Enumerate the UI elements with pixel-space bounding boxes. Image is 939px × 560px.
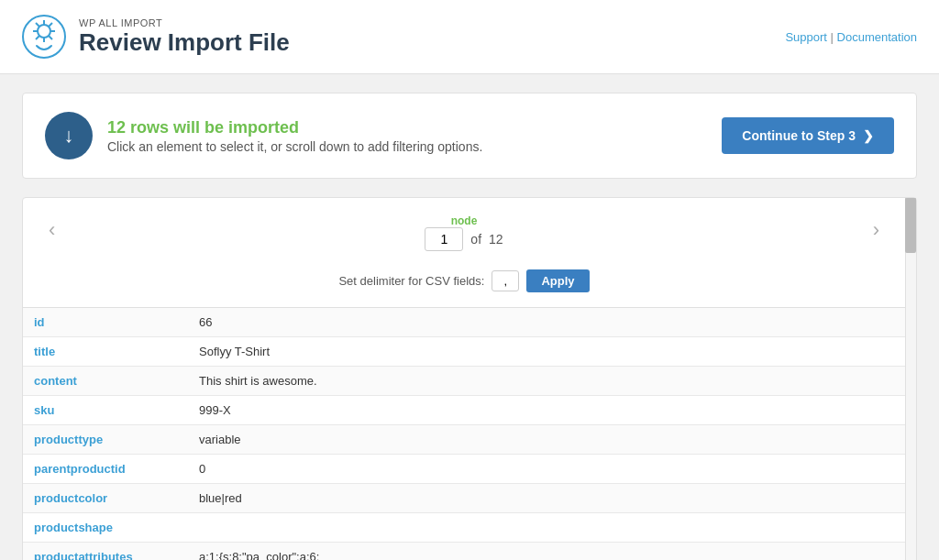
delimiter-row: Set delimiter for CSV fields: Apply <box>23 262 905 307</box>
table-row: producttypevariable <box>23 425 905 455</box>
import-text: 12 rows will be imported Click an elemen… <box>107 118 482 154</box>
data-table: id66titleSoflyy T-ShirtcontentThis shirt… <box>23 307 905 560</box>
separator: | <box>831 30 837 44</box>
header: WP ALL IMPORT Review Import File Support… <box>0 0 939 74</box>
prev-arrow[interactable]: ‹ <box>41 211 62 249</box>
continue-button[interactable]: Continue to Step 3 ❯ <box>722 117 894 154</box>
continue-button-label: Continue to Step 3 <box>742 128 856 143</box>
of-label: of <box>470 232 481 247</box>
table-row: productattributesa:1:{s:8:"pa_color";a:6… <box>23 543 905 561</box>
header-left: WP ALL IMPORT Review Import File <box>22 15 290 59</box>
header-text: WP ALL IMPORT Review Import File <box>79 17 290 57</box>
node-label: node <box>451 214 478 227</box>
svg-point-1 <box>38 25 50 38</box>
table-row: productshape <box>23 513 905 543</box>
field-name[interactable]: productshape <box>23 513 188 543</box>
rows-label: rows will be imported <box>130 118 299 137</box>
support-link[interactable]: Support <box>785 30 827 44</box>
table-row: sku999-X <box>23 396 905 425</box>
field-name[interactable]: productattributes <box>23 543 188 561</box>
field-name[interactable]: id <box>23 308 188 337</box>
scrollbar-track[interactable]: ▲ ▼ <box>905 198 916 560</box>
page-input[interactable] <box>425 227 463 251</box>
delimiter-label: Set delimiter for CSV fields: <box>338 274 484 288</box>
scrollbar-thumb[interactable] <box>905 198 916 253</box>
field-name[interactable]: producttype <box>23 425 188 455</box>
table-row: titleSoflyy T-Shirt <box>23 337 905 367</box>
field-name[interactable]: parentproductid <box>23 455 188 484</box>
page-title: Review Import File <box>79 28 290 57</box>
field-value: blue|red <box>188 484 905 513</box>
field-value: 66 <box>188 308 905 337</box>
field-value: a:1:{s:8:"pa_color";a:6:{s:4:"name";s:8:… <box>188 543 905 561</box>
table-row: id66 <box>23 308 905 337</box>
field-value: Soflyy T-Shirt <box>188 337 905 367</box>
svg-line-7 <box>49 23 52 27</box>
rows-description: Click an element to select it, or scroll… <box>107 139 482 154</box>
rows-count-label: 12 rows will be imported <box>107 118 482 137</box>
header-links: Support | Documentation <box>785 30 917 44</box>
chevron-right-icon: ❯ <box>863 128 874 143</box>
field-name[interactable]: content <box>23 367 188 396</box>
field-value: variable <box>188 425 905 455</box>
svg-line-9 <box>49 36 52 39</box>
plugin-name: WP ALL IMPORT <box>79 17 290 28</box>
svg-line-6 <box>36 23 39 27</box>
import-info-left: ↓ 12 rows will be imported Click an elem… <box>45 112 482 159</box>
table-row: contentThis shirt is awesome. <box>23 367 905 396</box>
total-pages: 12 <box>489 232 503 247</box>
field-name[interactable]: title <box>23 337 188 367</box>
field-name[interactable]: sku <box>23 396 188 425</box>
table-row: productcolorblue|red <box>23 484 905 513</box>
page-nav: of 12 <box>425 227 503 251</box>
apply-button[interactable]: Apply <box>526 269 589 292</box>
table-row: parentproductid0 <box>23 455 905 484</box>
field-name[interactable]: productcolor <box>23 484 188 513</box>
nav-area: node ‹ of 12 › <box>23 198 905 262</box>
import-icon: ↓ <box>45 112 93 159</box>
download-icon: ↓ <box>64 124 74 148</box>
documentation-link[interactable]: Documentation <box>837 30 917 44</box>
field-value <box>188 513 905 543</box>
next-arrow[interactable]: › <box>866 211 887 249</box>
field-value: 999-X <box>188 396 905 425</box>
delimiter-input[interactable] <box>492 270 519 291</box>
svg-line-8 <box>36 36 39 39</box>
review-panel-inner: node ‹ of 12 › Set delimiter for CSV fie… <box>23 198 916 560</box>
field-value: 0 <box>188 455 905 484</box>
rows-number: 12 <box>107 118 126 137</box>
review-panel: node ‹ of 12 › Set delimiter for CSV fie… <box>22 197 917 560</box>
logo-icon <box>22 15 66 59</box>
main-content: ↓ 12 rows will be imported Click an elem… <box>0 74 939 560</box>
field-value: This shirt is awesome. <box>188 367 905 396</box>
import-info-box: ↓ 12 rows will be imported Click an elem… <box>22 93 917 179</box>
